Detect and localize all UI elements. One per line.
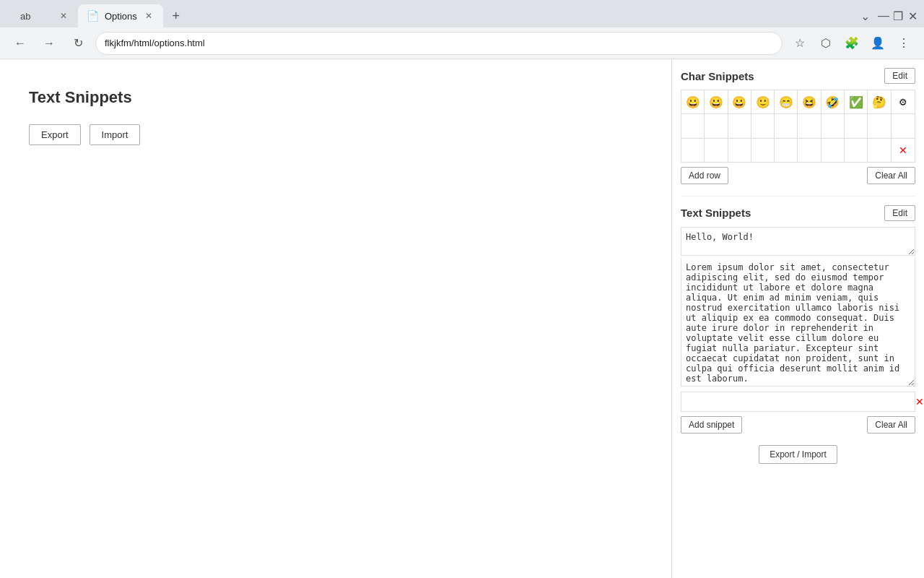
emoji-cell[interactable] (892, 114, 915, 137)
address-input[interactable]: flkjkfm/html/options.html (95, 32, 783, 55)
menu-icon[interactable]: ⋮ (892, 32, 915, 55)
extension-icon[interactable]: ⬡ (814, 32, 837, 55)
char-snippets-title: Char Snippets (681, 70, 754, 82)
emoji-cell[interactable]: 😁 (775, 90, 798, 113)
page-text-snippets-title: Text Snippets (29, 88, 642, 107)
emoji-cell[interactable]: 😆 (798, 90, 821, 113)
emoji-cell[interactable] (751, 139, 775, 162)
emoji-cell[interactable] (845, 114, 868, 137)
emoji-row-1: 😀 😀 😀 🙂 😁 😆 🤣 ✅ 🤔 ⚙ (681, 90, 915, 114)
emoji-cell[interactable] (775, 114, 798, 137)
tab-options-icon: 📄 (87, 10, 99, 22)
browser-chrome: ab ✕ 📄 Options ✕ + ⌄ — ❐ ✕ ← → ↻ flkjkfm… (0, 0, 924, 59)
text-snippets-edit-button[interactable]: Edit (884, 205, 915, 221)
add-row-button[interactable]: Add row (681, 167, 728, 184)
text-snippets-title: Text Snippets (681, 207, 751, 219)
text-snippets-header: Text Snippets Edit (681, 205, 915, 221)
char-snippets-edit-button[interactable]: Edit (884, 68, 915, 84)
export-button[interactable]: Export (29, 124, 81, 145)
emoji-grid: 😀 😀 😀 🙂 😁 😆 🤣 ✅ 🤔 ⚙ (681, 90, 915, 163)
maximize-button[interactable]: ❐ (892, 10, 904, 22)
emoji-cell[interactable] (681, 139, 705, 162)
char-snippets-header: Char Snippets Edit (681, 68, 915, 84)
emoji-cell[interactable] (728, 139, 751, 162)
emoji-cell[interactable] (751, 114, 775, 137)
emoji-cell[interactable] (798, 114, 821, 137)
emoji-cell[interactable]: ✅ (845, 90, 868, 113)
forward-button[interactable]: → (38, 32, 61, 55)
emoji-row-2 (681, 114, 915, 138)
snippet-lorem-textarea[interactable] (681, 258, 915, 387)
section-divider (681, 196, 915, 197)
page-content: Text Snippets Export Import (0, 59, 671, 578)
emoji-row-delete-button[interactable]: ✕ (892, 139, 915, 162)
text-snippets-footer: Add snippet Clear All (681, 416, 915, 434)
text-snippets-clear-all-button[interactable]: Clear All (867, 416, 915, 434)
reload-button[interactable]: ↻ (66, 32, 90, 55)
emoji-cell[interactable] (728, 114, 751, 137)
emoji-cell[interactable] (868, 114, 891, 137)
tab-bar-right: ⌄ — ❐ ✕ (855, 6, 918, 27)
tab-ab[interactable]: ab ✕ (6, 4, 78, 27)
tab-ab-label: ab (20, 11, 30, 22)
profile-icon[interactable]: 👤 (866, 32, 889, 55)
emoji-row-3: ✕ (681, 139, 915, 162)
puzzle-icon[interactable]: 🧩 (840, 32, 863, 55)
address-icons: ☆ ⬡ 🧩 👤 ⋮ (788, 32, 915, 55)
emoji-cell[interactable] (705, 139, 728, 162)
tab-bar: ab ✕ 📄 Options ✕ + ⌄ — ❐ ✕ (0, 0, 924, 27)
back-button[interactable]: ← (9, 32, 32, 55)
export-import-button[interactable]: Export / Import (759, 445, 837, 464)
emoji-cell[interactable] (798, 139, 821, 162)
add-snippet-button[interactable]: Add snippet (681, 416, 742, 434)
char-snippets-clear-all-button[interactable]: Clear All (867, 167, 915, 184)
char-snippets-row-controls: Add row Clear All (681, 167, 915, 184)
snippet-empty-row: ✕ (681, 392, 915, 412)
bookmark-icon[interactable]: ☆ (788, 32, 811, 55)
emoji-cell[interactable]: 😀 (681, 90, 705, 113)
emoji-cell[interactable] (705, 114, 728, 137)
import-button[interactable]: Import (90, 124, 141, 145)
emoji-cell[interactable]: 🤣 (821, 90, 845, 113)
tab-options[interactable]: 📄 Options ✕ (78, 4, 163, 27)
page-button-row: Export Import (29, 124, 642, 145)
emoji-cell[interactable] (775, 139, 798, 162)
new-tab-button[interactable]: + (166, 6, 186, 26)
char-snippets-section: Char Snippets Edit 😀 😀 😀 🙂 😁 😆 🤣 ✅ 🤔 ⚙ (681, 68, 915, 184)
emoji-cell[interactable] (845, 139, 868, 162)
emoji-cell[interactable] (821, 139, 845, 162)
address-bar: ← → ↻ flkjkfm/html/options.html ☆ ⬡ 🧩 👤 … (0, 27, 924, 59)
emoji-cell[interactable]: 🤔 (868, 90, 891, 113)
snippet-hello-textarea[interactable] (681, 227, 915, 256)
emoji-cell[interactable]: ⚙ (892, 90, 915, 113)
address-text: flkjkfm/html/options.html (105, 38, 205, 48)
close-button[interactable]: ✕ (907, 10, 918, 22)
tab-options-label: Options (105, 11, 137, 22)
snippet-delete-button[interactable]: ✕ (915, 396, 924, 407)
text-snippets-section: Text Snippets Edit ✕ Add snippet Clear A… (681, 205, 915, 434)
emoji-cell[interactable]: 😀 (728, 90, 751, 113)
emoji-cell[interactable]: 😀 (705, 90, 728, 113)
emoji-cell[interactable]: 🙂 (751, 90, 775, 113)
main-content: Text Snippets Export Import Char Snippet… (0, 59, 924, 578)
emoji-cell[interactable] (821, 114, 845, 137)
panel: Char Snippets Edit 😀 😀 😀 🙂 😁 😆 🤣 ✅ 🤔 ⚙ (671, 59, 924, 578)
emoji-cell[interactable] (681, 114, 705, 137)
tab-options-close[interactable]: ✕ (143, 10, 154, 22)
snippet-empty-input[interactable] (681, 392, 915, 412)
tab-ab-close[interactable]: ✕ (58, 10, 69, 22)
tab-overflow-button[interactable]: ⌄ (855, 6, 875, 26)
window-controls: — ❐ ✕ (878, 10, 918, 22)
minimize-button[interactable]: — (878, 10, 889, 22)
emoji-cell[interactable] (868, 139, 891, 162)
